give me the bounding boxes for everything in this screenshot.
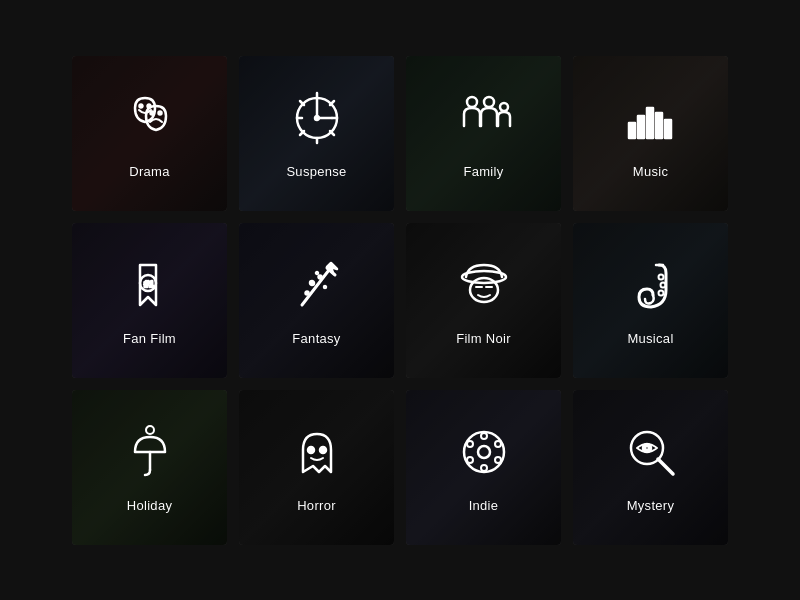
holiday-label: Holiday xyxy=(127,498,172,513)
svg-point-47 xyxy=(481,433,487,439)
svg-line-15 xyxy=(330,131,334,135)
svg-point-34 xyxy=(470,278,498,302)
svg-point-50 xyxy=(481,465,487,471)
svg-point-17 xyxy=(484,97,494,107)
music-overlay: Music xyxy=(573,56,728,211)
drama-overlay: Drama xyxy=(72,56,227,211)
svg-point-46 xyxy=(478,446,490,458)
svg-point-40 xyxy=(658,290,663,295)
horror-icon xyxy=(287,422,347,490)
svg-line-13 xyxy=(330,101,334,105)
horror-label: Horror xyxy=(297,498,336,513)
svg-point-51 xyxy=(467,457,473,463)
svg-text:#1: #1 xyxy=(144,279,154,289)
fantasy-icon xyxy=(287,255,347,323)
musical-label: Musical xyxy=(627,331,673,346)
svg-point-49 xyxy=(495,457,501,463)
svg-point-29 xyxy=(318,275,321,278)
filmnoir-icon xyxy=(454,255,514,323)
fantasy-label: Fantasy xyxy=(292,331,340,346)
svg-point-56 xyxy=(645,446,649,450)
genre-card-family[interactable]: Family xyxy=(406,56,561,211)
holiday-icon xyxy=(120,422,180,490)
genre-grid: Drama Suspense Family Music #1 Fan Film xyxy=(72,56,728,545)
svg-point-16 xyxy=(467,97,477,107)
mystery-icon xyxy=(621,422,681,490)
svg-point-7 xyxy=(315,116,319,120)
fanfilm-icon: #1 xyxy=(120,255,180,323)
family-overlay: Family xyxy=(406,56,561,211)
svg-point-43 xyxy=(308,447,314,453)
film-noir-label: Film Noir xyxy=(456,331,511,346)
svg-point-32 xyxy=(324,286,326,288)
genre-card-fantasy[interactable]: Fantasy xyxy=(239,223,394,378)
genre-card-indie[interactable]: Indie xyxy=(406,390,561,545)
svg-point-0 xyxy=(139,104,142,107)
svg-rect-23 xyxy=(665,120,671,138)
svg-rect-21 xyxy=(647,108,653,138)
suspense-label: Suspense xyxy=(286,164,346,179)
genre-card-horror[interactable]: Horror xyxy=(239,390,394,545)
svg-point-44 xyxy=(320,447,326,453)
indie-icon xyxy=(454,422,514,490)
svg-line-54 xyxy=(658,459,673,474)
music-icon xyxy=(621,88,681,156)
film-noir-overlay: Film Noir xyxy=(406,223,561,378)
genre-card-suspense[interactable]: Suspense xyxy=(239,56,394,211)
svg-line-12 xyxy=(300,101,304,105)
suspense-icon xyxy=(287,88,347,156)
genre-card-musical[interactable]: Musical xyxy=(573,223,728,378)
svg-rect-20 xyxy=(638,116,644,138)
svg-point-31 xyxy=(316,272,318,274)
suspense-overlay: Suspense xyxy=(239,56,394,211)
indie-label: Indie xyxy=(469,498,499,513)
svg-point-42 xyxy=(146,426,154,434)
indie-overlay: Indie xyxy=(406,390,561,545)
fan-film-label: Fan Film xyxy=(123,331,176,346)
genre-card-music[interactable]: Music xyxy=(573,56,728,211)
svg-point-38 xyxy=(658,274,663,279)
svg-point-52 xyxy=(467,441,473,447)
svg-line-14 xyxy=(300,131,304,135)
family-icon xyxy=(454,88,514,156)
genre-card-holiday[interactable]: Holiday xyxy=(72,390,227,545)
musical-overlay: Musical xyxy=(573,223,728,378)
genre-card-fan-film[interactable]: #1 Fan Film xyxy=(72,223,227,378)
drama-icon xyxy=(120,88,180,156)
mystery-label: Mystery xyxy=(627,498,675,513)
svg-point-48 xyxy=(495,441,501,447)
fantasy-overlay: Fantasy xyxy=(239,223,394,378)
genre-card-film-noir[interactable]: Film Noir xyxy=(406,223,561,378)
music-label: Music xyxy=(633,164,668,179)
svg-point-2 xyxy=(150,111,153,114)
drama-label: Drama xyxy=(129,164,170,179)
holiday-overlay: Holiday xyxy=(72,390,227,545)
fan-film-overlay: #1 Fan Film xyxy=(72,223,227,378)
family-label: Family xyxy=(463,164,503,179)
svg-point-39 xyxy=(660,282,665,287)
mystery-overlay: Mystery xyxy=(573,390,728,545)
svg-point-30 xyxy=(305,291,308,294)
svg-point-28 xyxy=(310,281,314,285)
svg-point-18 xyxy=(500,103,508,111)
svg-point-3 xyxy=(158,111,161,114)
svg-rect-22 xyxy=(656,113,662,138)
genre-card-drama[interactable]: Drama xyxy=(72,56,227,211)
genre-card-mystery[interactable]: Mystery xyxy=(573,390,728,545)
svg-rect-19 xyxy=(629,123,635,138)
horror-overlay: Horror xyxy=(239,390,394,545)
musical-icon xyxy=(621,255,681,323)
